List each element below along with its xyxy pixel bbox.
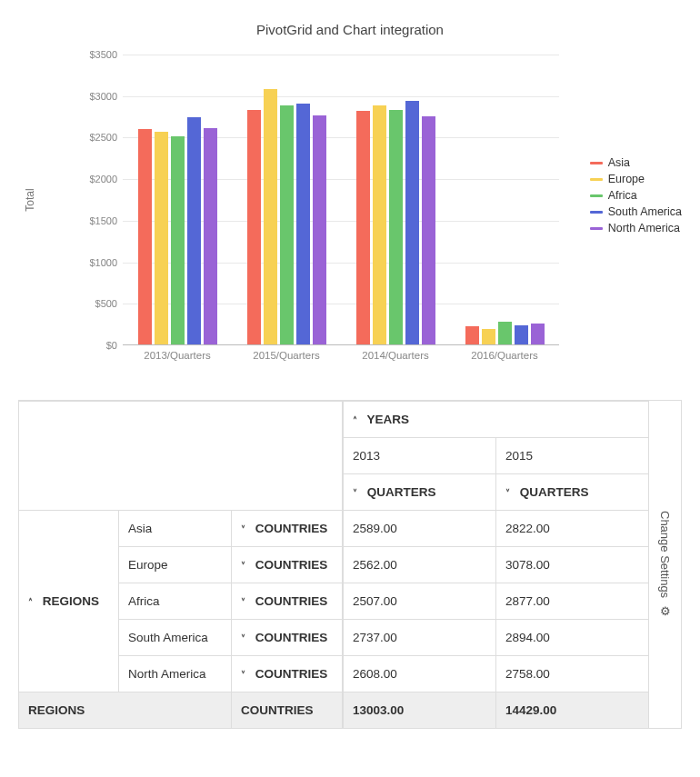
bar[interactable] xyxy=(405,101,419,344)
pivot-grid-data: ˄ YEARS 2013 2015 ˅ QUARTERS ˅ QUARTERS … xyxy=(343,401,649,729)
data-cell: 2589.00 xyxy=(344,511,496,547)
row-label[interactable]: Asia xyxy=(119,511,232,547)
years-header-cell[interactable]: ˄ YEARS xyxy=(344,402,649,438)
y-axis-title: Total xyxy=(24,188,36,211)
bar[interactable] xyxy=(531,324,545,344)
data-cell: 2894.00 xyxy=(496,620,649,656)
change-settings-label: Change Settings xyxy=(658,511,672,598)
change-settings-panel[interactable]: Change Settings ⚙ xyxy=(649,401,682,729)
year-cell[interactable]: 2015 xyxy=(496,438,649,474)
legend-swatch xyxy=(590,194,603,197)
bar-group xyxy=(356,101,435,344)
chevron-down-icon: ˅ xyxy=(241,561,252,571)
countries-header-label: COUNTRIES xyxy=(255,522,328,535)
countries-header-cell[interactable]: ˅ COUNTRIES xyxy=(232,547,343,583)
bar[interactable] xyxy=(187,117,201,344)
legend-item[interactable]: South America xyxy=(590,204,682,220)
countries-header-label: COUNTRIES xyxy=(255,558,328,572)
bar[interactable] xyxy=(373,105,386,344)
data-cell: 2562.00 xyxy=(344,547,496,583)
y-tick-label: $1500 xyxy=(77,215,117,226)
data-cell: 3078.00 xyxy=(496,547,649,583)
data-cell: 2608.00 xyxy=(344,656,496,692)
chevron-up-icon: ˄ xyxy=(353,415,364,425)
bar[interactable] xyxy=(280,105,294,344)
data-cell: 2758.00 xyxy=(496,656,649,692)
legend-swatch xyxy=(590,178,603,181)
y-tick-label: $1000 xyxy=(77,257,117,268)
legend-item[interactable]: Asia xyxy=(590,154,682,171)
bar[interactable] xyxy=(515,325,528,344)
legend-item[interactable]: Africa xyxy=(590,187,682,204)
y-tick-label: $0 xyxy=(77,340,117,351)
bar[interactable] xyxy=(313,115,326,344)
chevron-down-icon: ˅ xyxy=(241,597,252,607)
bar-group xyxy=(465,322,545,344)
legend-swatch xyxy=(590,162,603,164)
countries-header-cell[interactable]: ˅ COUNTRIES xyxy=(232,583,343,620)
bar[interactable] xyxy=(155,132,168,344)
chevron-down-icon: ˅ xyxy=(353,488,364,498)
x-tick-label: 2013/Quarters xyxy=(144,350,211,361)
y-tick-label: $2500 xyxy=(77,132,117,143)
chart-container: PivotGrid and Chart integration Total $0… xyxy=(18,18,682,382)
bar[interactable] xyxy=(296,104,310,344)
legend-label: North America xyxy=(608,220,680,236)
countries-header-cell[interactable]: ˅ COUNTRIES xyxy=(232,620,343,656)
row-label[interactable]: Europe xyxy=(119,547,232,583)
y-tick-label: $3500 xyxy=(77,49,117,60)
data-cell: 2822.00 xyxy=(496,511,649,547)
data-cell: 2877.00 xyxy=(496,583,649,620)
row-label[interactable]: North America xyxy=(119,656,232,692)
regions-header-label: REGIONS xyxy=(43,594,99,608)
regions-header-cell[interactable]: ˄ REGIONS xyxy=(19,511,119,692)
bar[interactable] xyxy=(465,326,479,344)
bar[interactable] xyxy=(138,129,152,344)
bar[interactable] xyxy=(171,136,185,344)
bar[interactable] xyxy=(356,111,370,344)
bar[interactable] xyxy=(389,110,403,344)
bar-group xyxy=(247,89,326,344)
countries-header-label: COUNTRIES xyxy=(255,594,328,608)
pivot-grid: ˄ REGIONS Asia ˅ COUNTRIES Europe ˅ COUN… xyxy=(18,400,682,729)
chart-plot-area: $0$500$1000$1500$2000$2500$3000$3500 201… xyxy=(73,55,564,364)
legend-label: Asia xyxy=(608,154,630,171)
chevron-down-icon: ˅ xyxy=(505,488,516,498)
chevron-down-icon: ˅ xyxy=(241,633,252,643)
countries-total-label: COUNTRIES xyxy=(232,692,343,729)
row-label[interactable]: South America xyxy=(119,620,232,656)
bar[interactable] xyxy=(482,329,495,344)
data-cell: 2737.00 xyxy=(344,620,496,656)
pivot-grid-row-headers: ˄ REGIONS Asia ˅ COUNTRIES Europe ˅ COUN… xyxy=(18,401,343,729)
bar[interactable] xyxy=(422,116,435,344)
total-cell: 14429.00 xyxy=(496,692,649,729)
quarters-header-label: QUARTERS xyxy=(367,485,436,499)
regions-total-label: REGIONS xyxy=(19,692,232,729)
gear-icon: ⚙ xyxy=(658,604,672,618)
bar[interactable] xyxy=(498,322,512,344)
countries-header-cell[interactable]: ˅ COUNTRIES xyxy=(232,511,343,547)
y-tick-label: $2000 xyxy=(77,174,117,184)
countries-header-label: COUNTRIES xyxy=(255,631,328,644)
gridline xyxy=(123,55,559,55)
y-tick-label: $3000 xyxy=(77,91,117,102)
chart-legend: AsiaEuropeAfricaSouth AmericaNorth Ameri… xyxy=(590,154,682,236)
bar-group xyxy=(138,117,217,344)
quarters-header-cell[interactable]: ˅ QUARTERS xyxy=(496,474,649,511)
chevron-down-icon: ˅ xyxy=(241,524,252,534)
data-cell: 2507.00 xyxy=(344,583,496,620)
quarters-header-cell[interactable]: ˅ QUARTERS xyxy=(344,474,496,511)
x-tick-label: 2014/Quarters xyxy=(362,350,429,361)
x-tick-label: 2016/Quarters xyxy=(471,350,538,361)
bar[interactable] xyxy=(247,110,261,344)
row-label[interactable]: Africa xyxy=(119,583,232,620)
countries-header-cell[interactable]: ˅ COUNTRIES xyxy=(232,656,343,692)
legend-item[interactable]: Europe xyxy=(590,171,682,187)
bar[interactable] xyxy=(264,89,277,344)
year-cell[interactable]: 2013 xyxy=(344,438,496,474)
y-tick-label: $500 xyxy=(77,298,117,309)
legend-label: Africa xyxy=(608,187,637,204)
legend-item[interactable]: North America xyxy=(590,220,682,236)
pivot-corner-blank xyxy=(19,402,343,511)
bar[interactable] xyxy=(204,128,217,344)
